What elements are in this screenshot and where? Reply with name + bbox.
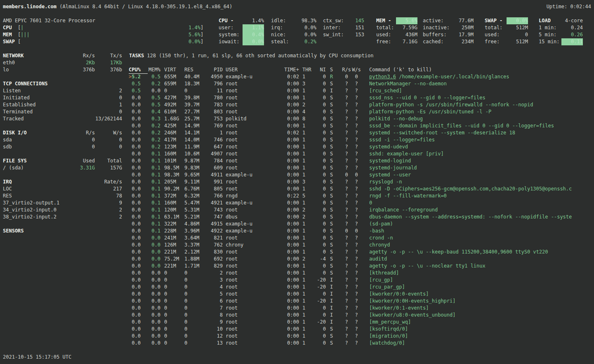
process-row: 0.00.163.1M5.21M747dbus0:0020S??dbus-dae… bbox=[0, 214, 594, 221]
cpu-value: 0.0 bbox=[132, 200, 141, 206]
cpu-cell: 0.5 bbox=[129, 80, 141, 87]
command-name: [kworker/0:1-events] bbox=[369, 305, 429, 311]
command-args: -D -oCiphers=aes256-gcm@openssh.com,chac… bbox=[381, 186, 572, 192]
command-cell: python3.6 /home/example-user/.local/bin/… bbox=[369, 73, 509, 80]
command-name: sssd_nss bbox=[369, 95, 393, 101]
state-cell: I bbox=[330, 291, 335, 298]
res-cell: 3.37M bbox=[184, 242, 203, 249]
process-row: 0.00.5427M39.8M780root0:0010S??sssd_nss … bbox=[0, 94, 594, 101]
rs-cell: ? bbox=[342, 207, 351, 214]
mem-cell: 0.5 bbox=[148, 73, 160, 80]
state-cell: S bbox=[330, 150, 335, 157]
rs-cell: ? bbox=[342, 122, 351, 129]
time-cell: 0:00 bbox=[280, 263, 299, 270]
ni-cell: 0 bbox=[314, 207, 326, 214]
ws-cell: ? bbox=[352, 333, 361, 340]
time-cell: 0:00 bbox=[280, 326, 299, 333]
res-cell: 2.12M bbox=[184, 249, 203, 256]
process-row: 0.00.1205M9.11M991root0:0030S??rsyslogd … bbox=[0, 178, 594, 186]
command-cell: agetty -o -p -- \u --noclear tty1 linux bbox=[369, 263, 486, 270]
command-args: -i --logger=files bbox=[381, 137, 435, 143]
ni-cell: 0 bbox=[314, 164, 326, 171]
stat-value: 0.0% bbox=[243, 38, 264, 45]
network-row: eth02Kb17Kb bbox=[0, 59, 594, 66]
cpu-value: 0.0 bbox=[132, 102, 141, 108]
stat-value: 7.59G bbox=[396, 24, 417, 31]
user-cell: root bbox=[226, 157, 257, 164]
cpu-value: 0.0 bbox=[132, 235, 141, 241]
state-cell: S bbox=[330, 122, 335, 129]
cpu-cell: 0.0 bbox=[129, 157, 141, 164]
uptime: Uptime:0:02:44 bbox=[547, 3, 591, 10]
mem-cell: 0.0 bbox=[148, 291, 160, 298]
state-cell: R bbox=[330, 73, 335, 80]
pid-cell: 647 bbox=[200, 143, 223, 150]
cpu-value: 0.0 bbox=[132, 123, 141, 129]
pid-cell: 4921 bbox=[200, 200, 223, 207]
cpu-value: 0.0 bbox=[132, 193, 141, 199]
ni-cell: 0 bbox=[314, 80, 326, 87]
thr-cell: 1 bbox=[302, 150, 311, 157]
user-cell: root bbox=[226, 94, 257, 101]
ni-cell: 0 bbox=[314, 200, 326, 207]
cpu-cell: 0.0 bbox=[129, 242, 141, 249]
ws-cell: ? bbox=[352, 186, 361, 193]
process-row: 0.00.2246M14.1M1root0:0210S??systemd --s… bbox=[0, 129, 594, 136]
user-cell: root bbox=[226, 312, 257, 319]
cpu-cell: 0.0 bbox=[129, 326, 141, 333]
command-args: --domain implicit_files --uid 0 --gid 0 … bbox=[390, 123, 554, 129]
time-cell: 0:00 bbox=[280, 178, 299, 186]
ni-cell: 0 bbox=[314, 122, 326, 129]
user-cell: example-u bbox=[226, 73, 257, 80]
command-name: systemd-udevd bbox=[369, 144, 408, 150]
pid-cell: 766 bbox=[200, 193, 223, 200]
state-cell: S bbox=[330, 143, 335, 150]
glances-terminal[interactable]: members.linode.com (AlmaLinux 8.4 64bit … bbox=[0, 0, 594, 364]
cpu-cell: 0.0 bbox=[129, 207, 141, 214]
user-cell: root bbox=[226, 319, 257, 326]
command-name: platform-python bbox=[369, 102, 414, 108]
pid-cell: 692 bbox=[200, 256, 223, 263]
res-cell: 27.7M bbox=[184, 108, 203, 115]
thr-cell: 1 bbox=[302, 94, 311, 101]
thr-cell: 2 bbox=[302, 214, 311, 221]
mem-cell: 0.1 bbox=[148, 178, 160, 186]
stat-value: 436M bbox=[396, 31, 417, 38]
pid-cell: 2 bbox=[200, 270, 223, 277]
rs-cell: ? bbox=[342, 108, 351, 115]
cpu-value: 0.0 bbox=[132, 109, 141, 115]
command-name: systemd-logind bbox=[369, 158, 411, 164]
command-cell: platform-python -s /usr/sbin/firewalld -… bbox=[369, 101, 533, 108]
ni-cell: 0 bbox=[314, 242, 326, 249]
time-cell: 0:02 bbox=[280, 73, 299, 80]
cpu-value: 0.0 bbox=[132, 158, 141, 164]
process-row: 0.00.1120M5.31M743root0:0020S??irqbalanc… bbox=[0, 207, 594, 214]
state-cell: I bbox=[330, 87, 335, 94]
virt-cell: 101M bbox=[164, 157, 182, 164]
command-name: platform-python bbox=[369, 109, 414, 115]
ni-cell: 0 bbox=[314, 150, 326, 157]
stat-label: irq: bbox=[271, 24, 283, 31]
process-row: 0.00.00010root0:0010S??[ksoftirqd/0] bbox=[0, 326, 594, 333]
cpu-value: 0.0 bbox=[132, 207, 141, 213]
stat-label: total: bbox=[376, 24, 394, 31]
rs-cell: ? bbox=[342, 157, 351, 164]
ws-cell: ? bbox=[352, 319, 361, 326]
mem-cell: 0.1 bbox=[148, 207, 160, 214]
rs-cell: ? bbox=[342, 200, 351, 207]
rs-cell: 0 bbox=[342, 171, 351, 178]
res-cell: 6.76M bbox=[184, 186, 203, 193]
command-name: -bash bbox=[369, 228, 384, 234]
thr-cell: 1 bbox=[302, 340, 311, 347]
stat-label: user: bbox=[219, 24, 233, 31]
command-name: agetty bbox=[369, 249, 387, 255]
thr-cell: 5 bbox=[302, 193, 311, 200]
command-name: dbus-daemon bbox=[369, 214, 402, 220]
stat-value: 0.2% bbox=[295, 38, 316, 45]
rs-cell: ? bbox=[342, 270, 351, 277]
command-cell: NetworkManager --no-daemon bbox=[369, 80, 447, 87]
cpu-cell: 0.0 bbox=[129, 101, 141, 108]
ws-cell: ? bbox=[352, 277, 361, 284]
pid-cell: 743 bbox=[200, 207, 223, 214]
time-cell: 0:00 bbox=[280, 228, 299, 235]
